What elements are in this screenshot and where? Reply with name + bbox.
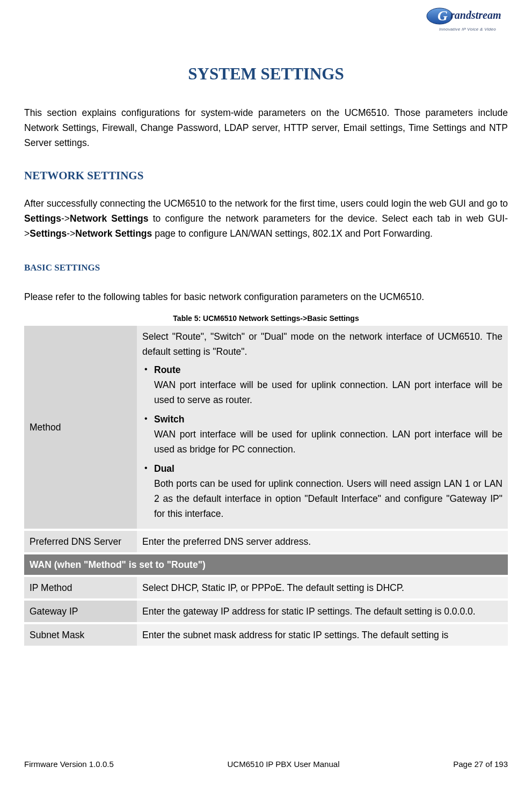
page-title: SYSTEM SETTINGS [24, 64, 508, 84]
cell-label: Preferred DNS Server [24, 531, 137, 552]
table-row: Gateway IP Enter the gateway IP address … [24, 601, 508, 622]
cell-value: Select DHCP, Static IP, or PPPoE. The de… [137, 577, 508, 598]
intro-paragraph: This section explains configurations for… [24, 105, 508, 150]
table-row: Preferred DNS Server Enter the preferred… [24, 531, 508, 552]
footer-page-number: Page 27 of 193 [453, 759, 508, 769]
cell-label: Gateway IP [24, 601, 137, 622]
svg-text:G: G [438, 8, 448, 24]
svg-text:randstream: randstream [450, 9, 501, 21]
table-caption: Table 5: UCM6510 Network Settings->Basic… [24, 314, 508, 323]
heading-basic-settings: BASIC SETTINGS [24, 262, 508, 273]
basic-settings-intro: Please refer to the following tables for… [24, 289, 508, 304]
list-item: Route WAN port interface will be used fo… [154, 362, 502, 407]
footer-firmware-version: Firmware Version 1.0.0.5 [24, 759, 114, 769]
cell-value: Select "Route", "Switch" or "Dual" mode … [137, 326, 508, 529]
cell-label: Method [24, 326, 137, 529]
logo-tagline: Innovative IP Voice & Video [425, 27, 511, 32]
page-header: G randstream Innovative IP Voice & Video [0, 0, 532, 43]
table-row: IP Method Select DHCP, Static IP, or PPP… [24, 577, 508, 598]
table-row: Method Select "Route", "Switch" or "Dual… [24, 326, 508, 529]
list-item: Dual Both ports can be used for uplink c… [154, 461, 502, 521]
table-section-header: WAN (when "Method" is set to "Route") [24, 554, 508, 575]
page: G randstream Innovative IP Voice & Video… [0, 0, 532, 789]
network-settings-paragraph: After successfully connecting the UCM651… [24, 196, 508, 241]
cell-label: IP Method [24, 577, 137, 598]
list-item: Switch WAN port interface will be used f… [154, 412, 502, 457]
basic-settings-table: Method Select "Route", "Switch" or "Dual… [24, 326, 508, 646]
page-content: SYSTEM SETTINGS This section explains co… [0, 43, 532, 646]
grandstream-logo-icon: G randstream [425, 4, 511, 26]
cell-value: Enter the preferred DNS server address. [137, 531, 508, 552]
footer-manual-title: UCM6510 IP PBX User Manual [228, 759, 340, 769]
heading-network-settings: NETWORK SETTINGS [24, 169, 508, 182]
table-row: Subnet Mask Enter the subnet mask addres… [24, 624, 508, 646]
cell-value: Enter the gateway IP address for static … [137, 601, 508, 622]
page-footer: Firmware Version 1.0.0.5 UCM6510 IP PBX … [0, 759, 532, 769]
brand-logo: G randstream Innovative IP Voice & Video [425, 4, 511, 32]
method-bullets: Route WAN port interface will be used fo… [142, 362, 502, 521]
cell-value: Enter the subnet mask address for static… [137, 624, 508, 646]
cell-label: Subnet Mask [24, 624, 137, 646]
